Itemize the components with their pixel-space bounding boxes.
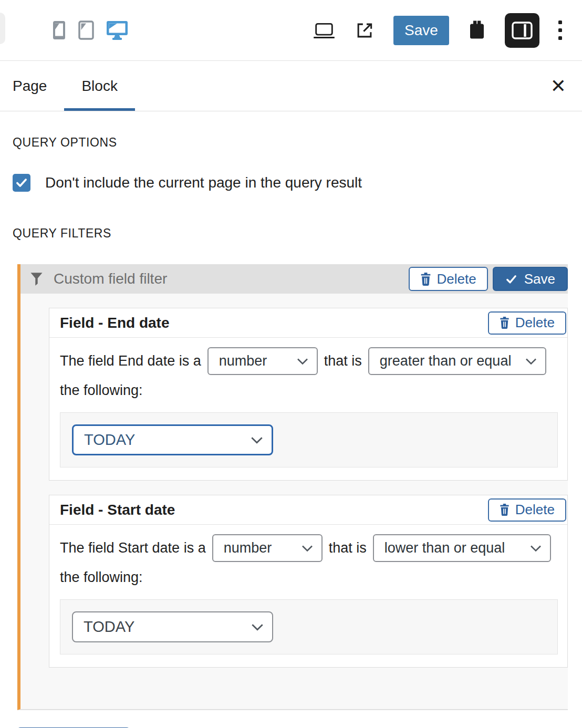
field-operator-value: greater than or equal [380, 353, 512, 369]
options-menu-button[interactable] [558, 20, 562, 40]
funnel-icon [30, 272, 43, 286]
plugins-button[interactable] [468, 19, 486, 41]
field-value-select[interactable]: TODAY [72, 424, 273, 455]
field-value: TODAY [84, 618, 134, 636]
external-link-icon [355, 20, 375, 40]
plugin-icon [468, 19, 486, 41]
field-group-title: Field - Start date [60, 502, 175, 518]
chevron-down-icon [251, 436, 263, 444]
field-filter-group-end-date: Field - End date Delete The field E [49, 308, 568, 481]
close-panel-button[interactable]: ✕ [550, 77, 566, 96]
sentence-connector: that is [324, 353, 362, 369]
chevron-down-icon [530, 545, 542, 552]
chevron-down-icon [251, 623, 264, 631]
filter-card-header: Custom field filter Delete [20, 264, 568, 294]
sentence-connector: that is [329, 540, 367, 556]
field-condition-sentence: The field Start date is a number that is… [60, 534, 558, 586]
field-delete-button[interactable]: Delete [488, 498, 566, 522]
query-options-heading: QUERY OPTIONS [13, 136, 569, 150]
field-group-body: The field End date is a number that is g… [49, 338, 567, 480]
filter-card-body: Field - End date Delete The field E [20, 294, 568, 709]
check-icon [505, 273, 517, 285]
preview-laptop-button[interactable] [313, 21, 336, 40]
field-delete-label: Delete [515, 315, 555, 331]
exclude-current-page-checkbox[interactable] [13, 174, 30, 192]
filter-delete-button[interactable]: Delete [409, 267, 488, 291]
field-operator-select[interactable]: lower than or equal [373, 534, 551, 562]
kebab-icon [558, 20, 562, 40]
trash-icon [420, 273, 431, 286]
save-button[interactable]: Save [393, 16, 449, 45]
field-operator-select[interactable]: greater than or equal [368, 347, 546, 375]
field-value-select[interactable]: TODAY [72, 611, 273, 642]
filter-save-button[interactable]: Save [493, 267, 568, 291]
sentence-prefix: The field End date is a [60, 353, 201, 369]
field-group-title: Field - End date [60, 315, 169, 331]
field-delete-label: Delete [515, 502, 555, 518]
tab-page[interactable]: Page [13, 61, 64, 111]
close-icon: ✕ [550, 75, 566, 97]
tab-block[interactable]: Block [64, 61, 134, 111]
top-toolbar: Save [0, 0, 582, 61]
chevron-down-icon [525, 358, 537, 365]
filter-title: Custom field filter [54, 271, 167, 287]
exclude-current-page-row: Don't include the current page in the qu… [13, 174, 569, 192]
field-delete-button[interactable]: Delete [488, 311, 566, 335]
field-type-value: number [224, 540, 272, 556]
field-value-panel: TODAY [60, 599, 558, 654]
chevron-down-icon [297, 358, 308, 365]
field-group-body: The field Start date is a number that is… [49, 525, 567, 667]
sidebar-panel-icon [512, 22, 533, 39]
filter-delete-label: Delete [437, 271, 476, 287]
trash-icon [500, 317, 510, 329]
field-type-select[interactable]: number [212, 534, 323, 562]
check-icon [15, 176, 28, 190]
desktop-preview-button[interactable] [107, 21, 128, 40]
desktop-icon [107, 21, 128, 40]
custom-field-filter-card: Custom field filter Delete [17, 264, 568, 710]
sentence-suffix: the following: [60, 569, 143, 586]
field-filter-group-start-date: Field - Start date Delete The field [49, 495, 568, 668]
query-filters-heading: QUERY FILTERS [13, 226, 569, 241]
external-link-button[interactable] [355, 20, 375, 40]
laptop-icon [313, 21, 336, 40]
filter-header-actions: Delete Save [409, 267, 568, 291]
mobile-icon [53, 20, 66, 40]
panel-edge [0, 13, 5, 44]
field-condition-sentence: The field End date is a number that is g… [60, 347, 558, 399]
field-value-panel: TODAY [60, 412, 558, 467]
field-group-header: Field - End date Delete [49, 308, 567, 338]
sentence-prefix: The field Start date is a [60, 540, 206, 556]
field-group-header: Field - Start date Delete [49, 495, 567, 525]
block-settings-panel: QUERY OPTIONS Don't include the current … [0, 136, 582, 728]
chevron-down-icon [302, 545, 313, 552]
device-preview-group [53, 20, 128, 40]
mobile-preview-button[interactable] [53, 20, 66, 40]
field-type-value: number [219, 353, 267, 369]
exclude-current-page-label: Don't include the current page in the qu… [45, 174, 362, 191]
filter-save-label: Save [524, 271, 555, 287]
tablet-preview-button[interactable] [78, 20, 94, 40]
settings-tabs: Page Block ✕ [0, 61, 582, 111]
field-operator-value: lower than or equal [384, 540, 505, 556]
sidebar-toggle-button[interactable] [505, 13, 539, 48]
toolbar-right-group: Save [313, 13, 562, 48]
field-value: TODAY [84, 431, 135, 449]
sentence-suffix: the following: [60, 382, 143, 399]
field-type-select[interactable]: number [207, 347, 318, 375]
tablet-icon [78, 20, 94, 40]
trash-icon [500, 504, 510, 516]
